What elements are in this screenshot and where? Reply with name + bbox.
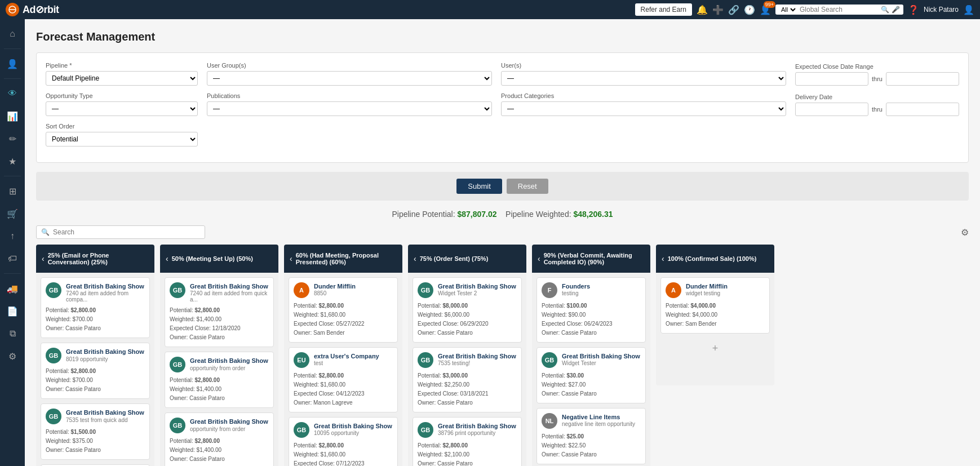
card-expected-close: Expected Close: 06/24/2023 bbox=[542, 319, 641, 329]
reset-button[interactable]: Reset bbox=[507, 179, 548, 194]
global-search-input[interactable] bbox=[800, 6, 879, 14]
delivery-date-from[interactable] bbox=[795, 103, 868, 116]
board-search-input[interactable] bbox=[53, 228, 200, 236]
card-details: Potential: $2,800.00Weighted: $1,400.00O… bbox=[170, 376, 269, 403]
kanban-card[interactable]: GB Great British Baking Show opportunity… bbox=[165, 412, 274, 466]
notification-badge[interactable]: 👤 99+ bbox=[760, 5, 771, 15]
kanban-card[interactable]: GB Great British Baking Show Widget Test… bbox=[413, 277, 522, 343]
submit-button[interactable]: Submit bbox=[456, 179, 502, 194]
card-header: EU extra User's Company test bbox=[294, 352, 393, 368]
kanban-column-header-6[interactable]: ‹100% (Confirmed Sale) (100%) bbox=[656, 245, 774, 273]
kanban-card[interactable]: GB Great British Baking Show opportunity… bbox=[165, 352, 274, 408]
card-title-block: Great British Baking Show 38796 print op… bbox=[438, 422, 516, 436]
kanban-card[interactable]: GB Great British Baking Show 7535 test f… bbox=[41, 403, 150, 460]
expected-close-to[interactable] bbox=[886, 72, 959, 86]
card-header: A Dunder Mifflin widget testing bbox=[666, 282, 765, 298]
kanban-column-header-4[interactable]: ‹75% (Order Sent) (75%) bbox=[408, 245, 526, 273]
pipeline-select[interactable]: Default Pipeline bbox=[46, 71, 198, 86]
kanban-column-1: ‹25% (Email or Phone Conversation) (25%)… bbox=[36, 245, 154, 466]
sort-order-label: Sort Order bbox=[46, 123, 198, 130]
product-categories-select[interactable]: — bbox=[501, 101, 786, 116]
delivery-date-group: Delivery Date thru bbox=[795, 94, 959, 116]
home-icon[interactable]: ⌂ bbox=[2, 24, 23, 44]
kanban-card[interactable]: GB Great British Baking Show 7240 ad ite… bbox=[41, 277, 150, 338]
kanban-column-5: ‹90% (Verbal Commit, Awaiting Completed … bbox=[532, 245, 650, 466]
kanban-card[interactable]: GB Great British Baking Show 10095 oppor… bbox=[289, 417, 398, 466]
card-avatar: GB bbox=[170, 282, 185, 298]
settings-icon[interactable]: ⚙ bbox=[2, 346, 23, 366]
star-icon[interactable]: ★ bbox=[2, 151, 23, 171]
pipeline-label: Pipeline * bbox=[46, 62, 198, 69]
logo[interactable]: Ad⊘rbit bbox=[6, 3, 59, 16]
card-potential: Potential: $2,800.00 bbox=[294, 441, 393, 450]
add-card-button[interactable]: + bbox=[660, 338, 770, 359]
collapse-btn-6[interactable]: ‹ bbox=[662, 254, 664, 263]
user-groups-select[interactable]: — bbox=[207, 71, 492, 86]
bell-icon[interactable]: 🔔 bbox=[697, 5, 708, 15]
truck-icon[interactable]: 🚚 bbox=[2, 278, 23, 299]
opportunity-type-select[interactable]: — bbox=[46, 101, 198, 116]
card-owner: Owner: Sam Bender bbox=[294, 329, 393, 338]
kanban-card[interactable]: A Dunder Mifflin widget testing Potentia… bbox=[660, 277, 770, 334]
kanban-column-header-3[interactable]: ‹60% (Had Meeting, Proposal Presented) (… bbox=[284, 245, 402, 273]
user-avatar-icon[interactable]: 👤 bbox=[963, 5, 974, 15]
kanban-card[interactable]: GB Great British Baking Show 38796 print… bbox=[413, 417, 522, 466]
search-icon[interactable]: 🔍 bbox=[881, 6, 889, 14]
kanban-card[interactable]: EU extra User's Company test Potential: … bbox=[289, 347, 398, 412]
card-company: Great British Baking Show bbox=[66, 409, 144, 416]
users-select[interactable]: — bbox=[501, 71, 786, 86]
pen-icon[interactable]: ✏ bbox=[2, 128, 23, 149]
card-avatar: A bbox=[294, 282, 309, 298]
kanban-card[interactable]: F Founders testing Potential: $100.00Wei… bbox=[536, 277, 646, 343]
upload-icon[interactable]: ↑ bbox=[2, 226, 23, 246]
kanban-card[interactable]: A Dunder Mifflin 8850 Potential: $2,800.… bbox=[289, 277, 398, 343]
tag-icon[interactable]: 🏷 bbox=[2, 248, 23, 269]
kanban-card[interactable]: GB Great British Baking Show 7240 ad ite… bbox=[165, 277, 274, 347]
cart-icon[interactable]: 🛒 bbox=[2, 203, 23, 224]
mic-icon[interactable]: 🎤 bbox=[892, 6, 900, 14]
card-subtitle: opportunity from order bbox=[190, 426, 268, 432]
card-owner: Owner: Cassie Pataro bbox=[170, 333, 269, 342]
card-subtitle: 38796 print opportunity bbox=[438, 430, 516, 436]
collapse-btn-3[interactable]: ‹ bbox=[290, 254, 292, 263]
kanban-column-header-1[interactable]: ‹25% (Email or Phone Conversation) (25%) bbox=[36, 245, 154, 273]
kanban-column-header-2[interactable]: ‹50% (Meeting Set Up) (50%) bbox=[160, 245, 278, 273]
collapse-btn-4[interactable]: ‹ bbox=[414, 254, 416, 263]
refer-earn-button[interactable]: Refer and Earn bbox=[635, 3, 692, 16]
kanban-card[interactable]: GB Great British Baking Show 8019 opport… bbox=[41, 343, 150, 399]
collapse-btn-1[interactable]: ‹ bbox=[42, 254, 45, 263]
logo-circle bbox=[6, 3, 19, 16]
filter-row-2: Opportunity Type — Publications — Produc… bbox=[46, 92, 959, 116]
chart-icon[interactable]: 📊 bbox=[2, 106, 23, 126]
sidebar-divider bbox=[4, 48, 21, 49]
card-details: Potential: $2,800.00Weighted: $2,100.00O… bbox=[418, 441, 517, 466]
sort-order-select[interactable]: Potential bbox=[46, 132, 198, 147]
question-icon[interactable]: ❓ bbox=[908, 5, 919, 15]
layers-icon[interactable]: ⧉ bbox=[2, 323, 23, 344]
clock-icon[interactable]: 🕐 bbox=[744, 5, 755, 15]
users-icon[interactable]: 👤 bbox=[2, 54, 23, 74]
card-title-block: Great British Baking Show 7240 ad item a… bbox=[66, 282, 145, 303]
delivery-date-to[interactable] bbox=[886, 103, 959, 116]
kanban-card[interactable]: GB Great British Baking Show 7535 testin… bbox=[413, 347, 522, 412]
search-scope-select[interactable]: All bbox=[779, 6, 797, 14]
card-potential: Potential: $4,000.00 bbox=[666, 301, 765, 310]
expected-close-from[interactable] bbox=[795, 72, 868, 86]
pipeline-summary: Pipeline Potential: $87,807.02 Pipeline … bbox=[36, 210, 969, 219]
sidebar: ⌂👤👁📊✏★⊞🛒↑🏷🚚📄⧉⚙ bbox=[0, 19, 25, 466]
eye-icon[interactable]: 👁 bbox=[2, 83, 23, 104]
publications-select[interactable]: — bbox=[207, 101, 492, 116]
collapse-btn-5[interactable]: ‹ bbox=[538, 254, 540, 263]
collapse-btn-2[interactable]: ‹ bbox=[166, 254, 168, 263]
grid-icon[interactable]: ⊞ bbox=[2, 181, 23, 201]
kanban-card[interactable]: GB Great British Baking Show Widget Test… bbox=[536, 347, 646, 403]
link-icon[interactable]: 🔗 bbox=[728, 5, 739, 15]
kanban-column-header-5[interactable]: ‹90% (Verbal Commit, Awaiting Completed … bbox=[532, 245, 650, 273]
card-weighted: Weighted: $2,100.00 bbox=[418, 450, 517, 459]
card-company: Great British Baking Show bbox=[66, 282, 145, 290]
settings-gear-icon[interactable]: ⚙ bbox=[961, 227, 969, 238]
user-name[interactable]: Nick Pataro bbox=[924, 6, 959, 14]
doc-icon[interactable]: 📄 bbox=[2, 301, 23, 321]
kanban-card[interactable]: NL Negative Line Items negative line ite… bbox=[536, 408, 646, 464]
plus-icon[interactable]: ➕ bbox=[712, 5, 724, 15]
